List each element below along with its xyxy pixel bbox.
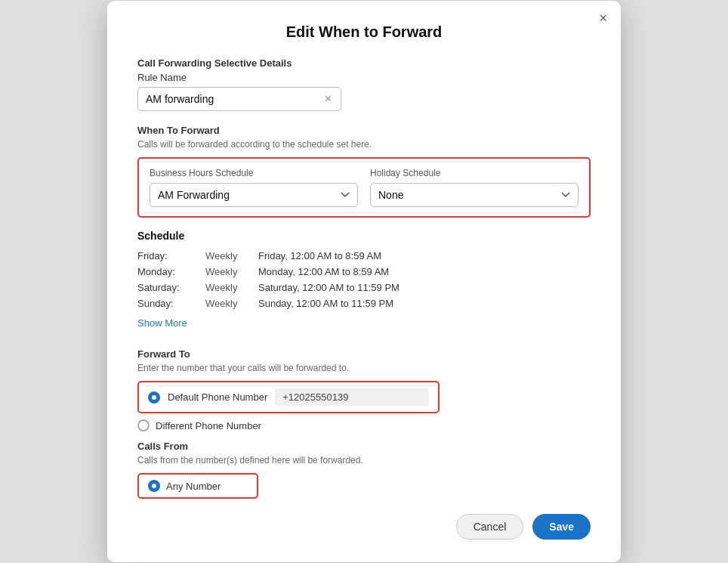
schedule-detail: Sunday, 12:00 AM to 11:59 PM bbox=[258, 295, 591, 311]
default-phone-box: Default Phone Number +12025550139 bbox=[137, 381, 440, 413]
any-number-radio[interactable] bbox=[148, 480, 160, 492]
schedule-selects-row: Business Hours Schedule AM Forwarding Ho… bbox=[137, 157, 591, 218]
phone-number-display: +12025550139 bbox=[275, 388, 429, 406]
calls-from-subtitle: Calls from the number(s) defined here wi… bbox=[137, 455, 591, 466]
modal-title: Edit When to Forward bbox=[137, 23, 591, 41]
any-number-label: Any Number bbox=[166, 481, 221, 492]
table-row: Friday: Weekly Friday, 12:00 AM to 8:59 … bbox=[137, 248, 591, 264]
schedule-detail: Monday, 12:00 AM to 8:59 AM bbox=[258, 264, 591, 280]
calls-from-label: Calls From bbox=[137, 441, 591, 452]
when-to-forward-subtitle: Calls will be forwarded according to the… bbox=[137, 139, 591, 150]
rule-name-section: Call Forwarding Selective Details Rule N… bbox=[137, 57, 591, 111]
holiday-label: Holiday Schedule bbox=[370, 168, 578, 178]
schedule-type: Weekly bbox=[205, 280, 258, 295]
different-phone-label: Different Phone Number bbox=[156, 420, 261, 432]
modal-footer: Cancel Save bbox=[137, 514, 591, 540]
rule-name-input[interactable] bbox=[146, 93, 323, 105]
schedule-type: Weekly bbox=[205, 264, 258, 280]
modal-dialog: × Edit When to Forward Call Forwarding S… bbox=[107, 1, 621, 562]
show-more-button[interactable]: Show More bbox=[137, 317, 187, 329]
forward-to-subtitle: Enter the number that your calls will be… bbox=[137, 363, 591, 373]
when-to-forward-section: When To Forward Calls will be forwarded … bbox=[137, 125, 591, 218]
forward-to-section: Forward To Enter the number that your ca… bbox=[137, 348, 591, 432]
when-to-forward-label: When To Forward bbox=[137, 125, 591, 136]
schedule-day: Friday: bbox=[137, 248, 205, 264]
modal-overlay: × Edit When to Forward Call Forwarding S… bbox=[0, 0, 728, 563]
calls-from-section: Calls From Calls from the number(s) defi… bbox=[137, 441, 591, 499]
cancel-button[interactable]: Cancel bbox=[456, 514, 524, 540]
holiday-select[interactable]: None bbox=[370, 183, 578, 207]
schedule-day: Saturday: bbox=[137, 280, 205, 295]
schedule-table: Friday: Weekly Friday, 12:00 AM to 8:59 … bbox=[137, 248, 591, 311]
different-phone-radio[interactable] bbox=[137, 419, 150, 432]
default-phone-label: Default Phone Number bbox=[168, 391, 267, 403]
schedule-day: Sunday: bbox=[137, 295, 205, 311]
forward-to-label: Forward To bbox=[137, 348, 591, 360]
rule-name-label: Rule Name bbox=[137, 72, 591, 83]
rule-name-input-wrapper: × bbox=[137, 87, 341, 111]
table-row: Monday: Weekly Monday, 12:00 AM to 8:59 … bbox=[137, 264, 591, 280]
schedule-type: Weekly bbox=[205, 248, 258, 264]
any-number-box: Any Number bbox=[137, 473, 258, 499]
schedule-section: Schedule Friday: Weekly Friday, 12:00 AM… bbox=[137, 230, 591, 341]
default-phone-radio[interactable] bbox=[148, 391, 160, 404]
business-hours-label: Business Hours Schedule bbox=[150, 168, 358, 178]
schedule-day: Monday: bbox=[137, 264, 205, 280]
schedule-type: Weekly bbox=[205, 295, 258, 311]
table-row: Sunday: Weekly Sunday, 12:00 AM to 11:59… bbox=[137, 295, 591, 311]
section-label-details: Call Forwarding Selective Details bbox=[137, 57, 591, 69]
holiday-schedule-group: Holiday Schedule None bbox=[370, 168, 578, 207]
different-phone-option: Different Phone Number bbox=[137, 419, 591, 432]
schedule-detail: Friday, 12:00 AM to 8:59 AM bbox=[258, 248, 591, 264]
schedule-title: Schedule bbox=[137, 230, 591, 242]
table-row: Saturday: Weekly Saturday, 12:00 AM to 1… bbox=[137, 280, 591, 295]
close-button[interactable]: × bbox=[599, 11, 607, 25]
save-button[interactable]: Save bbox=[532, 514, 591, 540]
clear-rule-name-button[interactable]: × bbox=[323, 92, 333, 106]
business-hours-group: Business Hours Schedule AM Forwarding bbox=[150, 168, 358, 207]
schedule-detail: Saturday, 12:00 AM to 11:59 PM bbox=[258, 280, 591, 295]
business-hours-select[interactable]: AM Forwarding bbox=[150, 183, 358, 207]
